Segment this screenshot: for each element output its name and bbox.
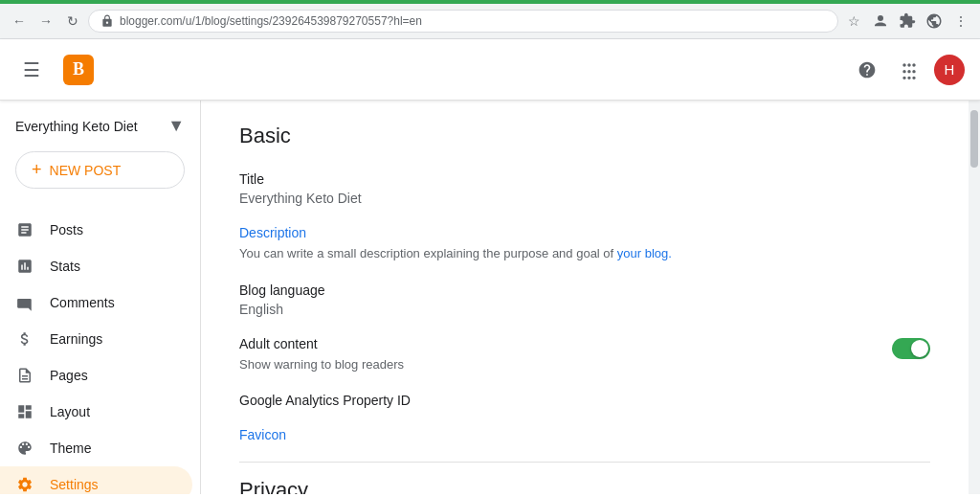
section-divider bbox=[239, 462, 930, 463]
settings-icon bbox=[15, 476, 34, 493]
dropdown-icon: ▼ bbox=[167, 116, 185, 136]
adult-content-description: Show warning to blog readers bbox=[239, 355, 854, 374]
url-text: blogger.com/u/1/blog/settings/2392645398… bbox=[120, 14, 422, 28]
adult-content-setting: Adult content Show warning to blog reade… bbox=[239, 336, 930, 374]
blog-name: Everything Keto Diet bbox=[15, 119, 167, 134]
sidebar-item-stats[interactable]: Stats bbox=[0, 248, 192, 284]
app: ☰ B H Everything Keto Diet ▼ + NEW bbox=[0, 39, 980, 494]
main-content: Basic Title Everything Keto Diet Descrip… bbox=[201, 101, 969, 494]
scrollbar-thumb[interactable] bbox=[970, 110, 978, 168]
sidebar-item-earnings[interactable]: Earnings bbox=[0, 321, 192, 357]
pages-icon bbox=[15, 367, 34, 384]
avatar-letter: H bbox=[945, 61, 955, 78]
blog-selector[interactable]: Everything Keto Diet ▼ bbox=[0, 108, 200, 144]
blogger-logo: B bbox=[63, 55, 94, 85]
logo-letter: B bbox=[73, 59, 84, 79]
title-value: Everything Keto Diet bbox=[239, 191, 930, 206]
adult-content-content: Adult content Show warning to blog reade… bbox=[239, 336, 854, 374]
adult-content-toggle[interactable] bbox=[892, 338, 930, 359]
sidebar-item-theme[interactable]: Theme bbox=[0, 430, 192, 466]
sidebar-item-settings[interactable]: Settings bbox=[0, 466, 192, 494]
description-label[interactable]: Description bbox=[239, 225, 930, 240]
new-post-button[interactable]: + NEW POST bbox=[15, 151, 185, 189]
new-post-label: NEW POST bbox=[50, 163, 122, 178]
blog-language-value: English bbox=[239, 302, 930, 317]
basic-section-title: Basic bbox=[239, 124, 930, 148]
adult-content-label: Adult content bbox=[239, 336, 854, 351]
title-label: Title bbox=[239, 171, 930, 187]
scrollbar[interactable] bbox=[969, 101, 980, 494]
profile2-button[interactable] bbox=[923, 10, 946, 33]
stats-icon bbox=[15, 258, 34, 275]
forward-button[interactable]: → bbox=[34, 10, 57, 33]
svg-point-0 bbox=[878, 15, 883, 21]
bookmark-button[interactable]: ☆ bbox=[842, 10, 865, 33]
posts-label: Posts bbox=[50, 222, 83, 237]
posts-icon bbox=[15, 221, 34, 238]
description-setting: Description You can write a small descri… bbox=[239, 225, 930, 263]
title-setting: Title Everything Keto Diet bbox=[239, 171, 930, 206]
browser-toolbar: ← → ↻ blogger.com/u/1/blog/settings/2392… bbox=[0, 4, 980, 38]
content-area: Everything Keto Diet ▼ + NEW POST Posts bbox=[0, 101, 980, 494]
privacy-section-title: Privacy bbox=[239, 478, 930, 494]
description-link[interactable]: your blog. bbox=[617, 246, 672, 260]
favicon-setting: Favicon bbox=[239, 427, 930, 442]
stats-label: Stats bbox=[50, 259, 80, 274]
browser-actions: ☆ ⋮ bbox=[842, 10, 972, 33]
refresh-button[interactable]: ↻ bbox=[61, 10, 84, 33]
description-text: You can write a small description explai… bbox=[239, 244, 930, 263]
pages-label: Pages bbox=[50, 368, 88, 383]
avatar[interactable]: H bbox=[934, 55, 965, 85]
toggle-knob bbox=[911, 340, 928, 357]
browser-frame: ← → ↻ blogger.com/u/1/blog/settings/2392… bbox=[0, 4, 980, 39]
top-bar-right: H bbox=[850, 53, 965, 87]
back-button[interactable]: ← bbox=[8, 10, 31, 33]
sidebar-item-pages[interactable]: Pages bbox=[0, 357, 192, 394]
favicon-label[interactable]: Favicon bbox=[239, 427, 930, 442]
blog-language-label: Blog language bbox=[239, 282, 930, 298]
sidebar-item-layout[interactable]: Layout bbox=[0, 394, 192, 430]
settings-label: Settings bbox=[50, 477, 99, 492]
profile-button[interactable] bbox=[869, 10, 892, 33]
comments-icon bbox=[15, 294, 34, 311]
earnings-icon bbox=[15, 330, 34, 348]
hamburger-button[interactable]: ☰ bbox=[15, 51, 48, 89]
layout-label: Layout bbox=[50, 404, 90, 419]
extensions-button[interactable] bbox=[896, 10, 919, 33]
adult-content-toggle-container bbox=[892, 338, 930, 359]
top-bar: ☰ B H bbox=[0, 39, 980, 101]
adult-content-row: Adult content Show warning to blog reade… bbox=[239, 336, 930, 374]
sidebar: Everything Keto Diet ▼ + NEW POST Posts bbox=[0, 101, 201, 494]
menu-button[interactable]: ⋮ bbox=[949, 10, 972, 33]
google-analytics-setting: Google Analytics Property ID bbox=[239, 393, 930, 408]
grid-button[interactable] bbox=[892, 53, 926, 87]
plus-icon: + bbox=[32, 160, 42, 180]
theme-label: Theme bbox=[50, 441, 92, 456]
blog-language-setting: Blog language English bbox=[239, 282, 930, 317]
earnings-label: Earnings bbox=[50, 331, 102, 347]
help-button[interactable] bbox=[850, 53, 884, 87]
layout-icon bbox=[15, 403, 34, 420]
lock-icon bbox=[100, 14, 114, 28]
sidebar-item-posts[interactable]: Posts bbox=[0, 212, 192, 248]
address-bar[interactable]: blogger.com/u/1/blog/settings/2392645398… bbox=[88, 10, 838, 33]
sidebar-item-comments[interactable]: Comments bbox=[0, 284, 192, 321]
theme-icon bbox=[15, 440, 34, 457]
comments-label: Comments bbox=[50, 295, 115, 310]
google-analytics-label: Google Analytics Property ID bbox=[239, 393, 930, 408]
